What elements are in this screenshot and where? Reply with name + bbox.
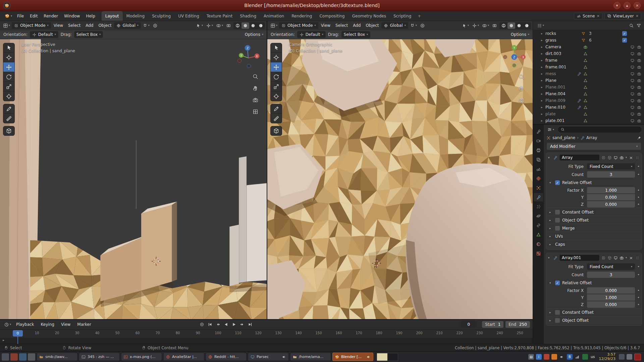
show-on-cage-toggle[interactable]: [601, 156, 606, 160]
tab-render[interactable]: [534, 137, 543, 145]
count-field[interactable]: 3: [587, 171, 635, 178]
viewlayer-remove-icon[interactable]: ×: [636, 14, 639, 18]
window-shade-button[interactable]: ▾: [613, 2, 621, 9]
modifier-extras-icon[interactable]: ▾: [626, 156, 627, 159]
playhead-line[interactable]: [17, 338, 18, 344]
show-render-toggle[interactable]: [620, 256, 624, 260]
relative-offset-section[interactable]: ▾ ✓ Relative Offset: [546, 179, 642, 187]
outliner-row-plane004[interactable]: ▸ Plane.004: [533, 90, 644, 97]
hide-render-toggle[interactable]: [637, 105, 641, 110]
timeline-channels[interactable]: ▸: [0, 338, 533, 344]
object-offset-checkbox[interactable]: [555, 318, 560, 323]
hide-render-toggle[interactable]: [637, 52, 641, 56]
shading-material-button[interactable]: [249, 22, 257, 29]
tab-world[interactable]: [534, 174, 543, 183]
overlays-button[interactable]: ▾: [481, 22, 490, 29]
menu-window[interactable]: Window: [61, 12, 83, 20]
properties-editor-type-button[interactable]: ▾: [546, 126, 555, 133]
outliner-row-plane001[interactable]: ▸ Plane.001: [533, 84, 644, 90]
tab-animation[interactable]: Animation: [260, 11, 288, 21]
constant-offset-section[interactable]: ▸ Constant Offset: [546, 308, 642, 316]
taskbar-window-parsec[interactable]: Parsec: [248, 353, 289, 361]
tab-scene[interactable]: [534, 165, 543, 173]
expand-arrow-icon[interactable]: ▸: [541, 106, 545, 109]
expand-arrow-icon[interactable]: ▸: [541, 65, 545, 69]
hide-render-toggle[interactable]: [637, 85, 641, 89]
factor-x-field[interactable]: 1.000: [587, 187, 635, 193]
tray-clipboard-icon[interactable]: ▤: [528, 354, 534, 360]
timeline-playhead[interactable]: 0: [13, 330, 23, 337]
play-reverse-button[interactable]: [222, 321, 230, 328]
tab-material[interactable]: [534, 240, 543, 248]
breadcrumb-modifier[interactable]: Array: [586, 135, 597, 140]
scene-selector[interactable]: Scene ×: [574, 13, 602, 19]
xray-toggle[interactable]: [225, 22, 232, 29]
relative-offset-checkbox[interactable]: ✓: [555, 180, 560, 185]
tab-texture-paint[interactable]: Texture Paint: [203, 11, 236, 21]
tab-output[interactable]: [534, 146, 543, 155]
editor-type-button[interactable]: ▾: [269, 22, 279, 29]
pan-hand-icon[interactable]: [518, 85, 525, 93]
hide-viewport-toggle[interactable]: [630, 105, 635, 110]
taskbar-window-blender[interactable]: Blender [...: [332, 353, 373, 361]
pan-hand-icon[interactable]: [252, 85, 259, 93]
workspace-pager[interactable]: [377, 353, 398, 361]
tool-transform[interactable]: [270, 92, 282, 101]
tray-volume-icon[interactable]: [559, 354, 565, 360]
tool-move[interactable]: [270, 62, 282, 72]
previous-keyframe-button[interactable]: [214, 321, 222, 328]
expand-arrow-icon[interactable]: ▸: [541, 59, 545, 62]
drag-dropdown[interactable]: Select Box▾: [74, 31, 103, 38]
tool-annotate[interactable]: [270, 104, 282, 114]
expand-arrow-icon[interactable]: ▸: [541, 32, 545, 35]
tab-scripting[interactable]: Scripting: [390, 11, 415, 21]
mode-selector[interactable]: Object Mode▾: [12, 22, 51, 29]
expand-arrow-icon[interactable]: ▸: [541, 92, 545, 96]
orientation-dropdown[interactable]: Default▾: [30, 31, 58, 38]
pin-icon[interactable]: [637, 136, 641, 140]
taskbar-window-xmas-png[interactable]: x-mas.png (...: [121, 353, 162, 361]
animate-dot-icon[interactable]: •: [637, 288, 640, 293]
selectability-button[interactable]: ▾: [461, 22, 470, 29]
expand-arrow-icon[interactable]: ▸: [541, 119, 545, 122]
animate-dot-icon[interactable]: •: [637, 164, 640, 169]
menu-edit[interactable]: Edit: [27, 12, 41, 20]
pager-active-desktop[interactable]: [377, 353, 387, 361]
object-offset-section[interactable]: ▸ Object Offset: [546, 316, 642, 324]
tool-select-box[interactable]: [270, 43, 282, 53]
object-offset-section[interactable]: ▸ Object Offset: [546, 216, 642, 224]
tool-measure[interactable]: [3, 114, 15, 123]
outliner-row-frame[interactable]: ▸ frame: [533, 57, 644, 64]
collapse-arrow-icon[interactable]: ▾: [548, 256, 551, 259]
tray-updates-icon[interactable]: [544, 354, 549, 360]
menu-object[interactable]: Object: [96, 22, 114, 29]
tab-geometry-nodes[interactable]: Geometry Nodes: [348, 11, 390, 21]
orientation-selector[interactable]: Global▾: [114, 22, 141, 29]
breadcrumb-object[interactable]: sand_plane: [552, 135, 575, 140]
factor-z-field[interactable]: 0.000: [587, 201, 635, 207]
taskbar-window-zsh[interactable]: 345 : zsh — ...: [79, 353, 120, 361]
factor-x-field[interactable]: 0.000: [587, 287, 635, 294]
channels-expand-icon[interactable]: ▸: [3, 338, 4, 342]
hide-viewport-toggle[interactable]: [630, 85, 635, 89]
collection-checkbox[interactable]: ✓: [622, 38, 627, 43]
outliner-row-dirt003[interactable]: ▸ dirt.003: [533, 50, 644, 57]
hide-render-toggle[interactable]: [637, 92, 641, 96]
snap-toggle[interactable]: ▾: [141, 22, 151, 29]
orientation-dropdown[interactable]: Default▾: [297, 31, 326, 38]
taskbar-window-reddit[interactable]: Reddit - htt...: [206, 353, 247, 361]
expand-arrow-icon[interactable]: ▸: [541, 45, 545, 49]
tray-info-icon[interactable]: i: [536, 354, 542, 360]
tool-rotate[interactable]: [3, 72, 15, 82]
taskbar-window-analiestar[interactable]: AnalieStar |...: [163, 353, 204, 361]
overlays-button[interactable]: ▾: [215, 22, 224, 29]
menu-object[interactable]: Object: [363, 22, 381, 29]
hide-viewport-toggle[interactable]: [630, 92, 635, 96]
menu-view[interactable]: View: [58, 321, 73, 328]
timeline-ruler[interactable]: 10 20 30 40 50 60 70 80 90 100 110 120 1…: [0, 329, 533, 338]
constant-offset-checkbox[interactable]: [555, 210, 560, 215]
expand-arrow-icon[interactable]: ▸: [541, 72, 545, 75]
animate-dot-icon[interactable]: •: [637, 302, 640, 307]
fit-type-dropdown[interactable]: Fixed Count▾: [587, 163, 635, 170]
drag-dropdown[interactable]: Select Box▾: [341, 31, 370, 38]
